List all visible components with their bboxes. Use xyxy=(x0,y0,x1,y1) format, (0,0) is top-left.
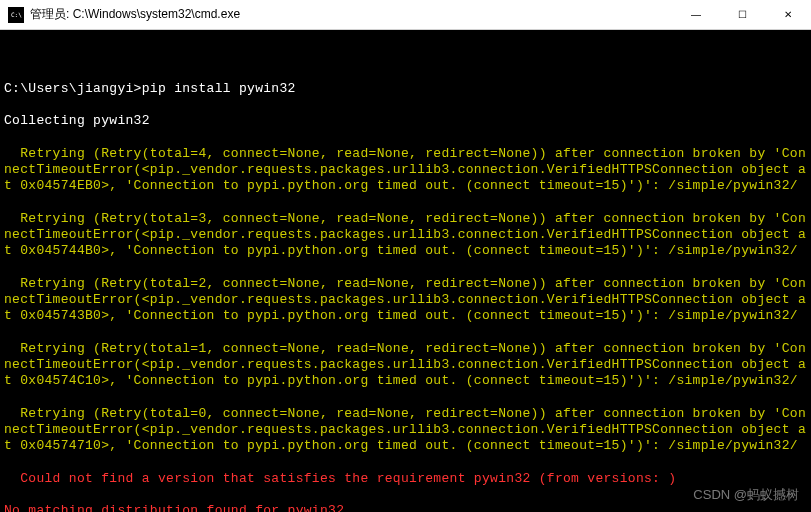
blank-line xyxy=(4,48,807,64)
terminal-output[interactable]: C:\Users\jiangyi>pip install pywin32 Col… xyxy=(0,30,811,512)
cmd-icon: C:\ xyxy=(8,7,24,23)
close-button[interactable]: ✕ xyxy=(765,0,811,29)
command-line: C:\Users\jiangyi>pip install pywin32 xyxy=(4,81,807,97)
window-title: 管理员: C:\Windows\system32\cmd.exe xyxy=(30,6,673,23)
prompt-path: C:\Users\jiangyi> xyxy=(4,81,142,96)
retry-line-1: Retrying (Retry(total=1, connect=None, r… xyxy=(4,341,807,390)
error-line-2: No matching distribution found for pywin… xyxy=(4,503,807,512)
retry-line-0: Retrying (Retry(total=0, connect=None, r… xyxy=(4,406,807,455)
error-line-1: Could not find a version that satisfies … xyxy=(4,471,807,487)
typed-command: pip install pywin32 xyxy=(142,81,296,96)
maximize-button[interactable]: ☐ xyxy=(719,0,765,29)
window-controls: — ☐ ✕ xyxy=(673,0,811,29)
watermark: CSDN @蚂蚁撼树 xyxy=(693,486,799,504)
minimize-button[interactable]: — xyxy=(673,0,719,29)
collecting-line: Collecting pywin32 xyxy=(4,113,807,129)
retry-line-4: Retrying (Retry(total=4, connect=None, r… xyxy=(4,146,807,195)
retry-line-2: Retrying (Retry(total=2, connect=None, r… xyxy=(4,276,807,325)
svg-text:C:\: C:\ xyxy=(11,11,22,18)
retry-line-3: Retrying (Retry(total=3, connect=None, r… xyxy=(4,211,807,260)
titlebar: C:\ 管理员: C:\Windows\system32\cmd.exe — ☐… xyxy=(0,0,811,30)
